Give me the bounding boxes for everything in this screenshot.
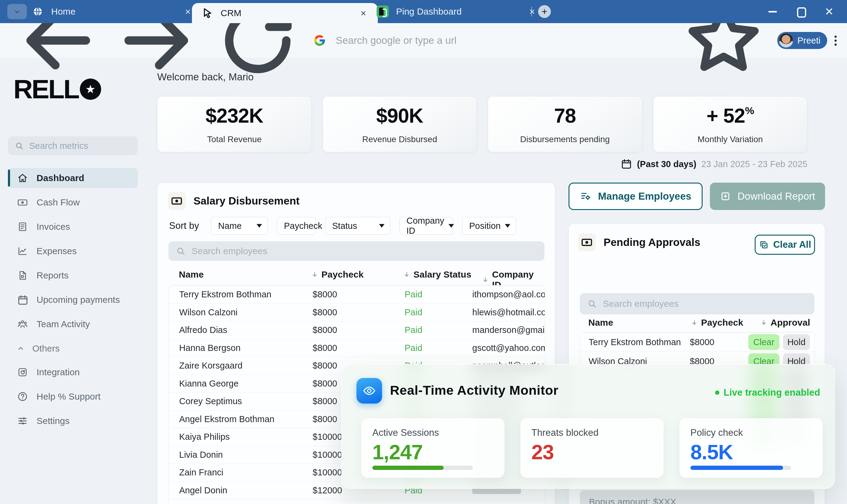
sort-dropdown[interactable]: Paycheck [277, 217, 316, 235]
search-employees-input[interactable] [191, 246, 481, 256]
salary-status: Paid [404, 307, 472, 318]
column-header[interactable]: Salary Status [413, 269, 471, 280]
employee-name: Kaiya Philips [169, 432, 302, 442]
clear-all-label: Clear All [773, 239, 811, 250]
stat-label: Monthly Variation [698, 134, 763, 144]
chevron-down-icon [13, 7, 22, 16]
sidebar-item-label: Expenses [37, 246, 77, 256]
tab-ping-dashboard[interactable]: Ping Dashboard × [363, 0, 545, 23]
employee-paycheck: $8000 [302, 289, 404, 300]
sidebar-item-icon [17, 319, 28, 330]
employee-name: Zain Franci [169, 467, 302, 478]
new-tab-button[interactable]: + [538, 5, 551, 18]
tab-crm-active[interactable]: CRM × [192, 3, 378, 23]
chevron-down-icon [379, 224, 384, 228]
profile-button[interactable]: Preeti [777, 32, 827, 49]
bonus-amount-field[interactable] [580, 490, 814, 504]
sidebar-item[interactable]: Invoices [8, 217, 138, 237]
url-bar[interactable] [335, 34, 678, 47]
company-id: manderson@gmail.com [472, 325, 545, 335]
window-close-button[interactable]: × [823, 3, 836, 19]
money-icon [578, 233, 595, 251]
sidebar-item[interactable]: Integration [8, 362, 138, 382]
sort-dropdown[interactable]: Company ID [399, 217, 453, 235]
sidebar-item-label: Upcoming payments [37, 294, 120, 305]
employee-name: Wilson Calzoni [169, 307, 302, 318]
sort-arrow-icon [311, 271, 318, 278]
download-icon [720, 191, 731, 202]
hold-button[interactable]: Hold [783, 334, 810, 350]
sidebar-item[interactable]: Help % Support [8, 386, 138, 407]
progress-bar [690, 466, 791, 470]
bonus-amount-input[interactable] [588, 497, 806, 504]
progress-fill [372, 466, 444, 470]
sidebar-item[interactable]: Reports [8, 265, 138, 286]
column-header[interactable]: Approval [771, 318, 810, 328]
sidebar-item[interactable]: Team Activity [8, 314, 138, 334]
search-metrics-input[interactable] [29, 141, 127, 151]
table-row[interactable]: Terry Ekstrom Bothman $8000 Paid ithomps… [169, 286, 545, 303]
table-row[interactable]: Wilson Calzoni $8000 Paid hlewis@hotmail… [169, 303, 545, 321]
sidebar-item[interactable]: Settings [8, 411, 138, 431]
sidebar-item-label: Integration [37, 367, 80, 377]
profile-name: Preeti [797, 36, 820, 46]
sidebar-item[interactable]: Dashboard [8, 168, 138, 188]
window-maximize-button[interactable] [797, 7, 806, 18]
sidebar-item-label: Reports [37, 270, 69, 281]
search-icon [587, 299, 597, 309]
sidebar-section-others[interactable]: Others [8, 341, 138, 356]
table-row[interactable]: Hanna Bergson $8000 Paid gscott@yahoo.co… [169, 339, 545, 357]
tab-home[interactable]: Home × [28, 0, 199, 23]
employee-name: Angel Donin [169, 485, 302, 496]
column-header[interactable]: Name [179, 269, 204, 280]
search-employees-input[interactable] [602, 298, 780, 309]
download-report-button[interactable]: Download Report [710, 183, 825, 210]
column-header[interactable]: Name [588, 318, 613, 328]
search-icon [176, 246, 186, 256]
sort-dropdown[interactable]: Position [462, 217, 516, 235]
approvals-search[interactable] [580, 293, 814, 314]
employee-name: Terry Ekstrom Bothman [169, 289, 302, 300]
sort-dropdown[interactable]: Status [325, 217, 390, 235]
sidebar-item[interactable]: Cash Flow [8, 192, 138, 213]
date-filter-range: 23 Jan 2025 - 23 Feb 2025 [702, 159, 807, 169]
employee-paycheck: $8000 [302, 325, 404, 335]
sort-by-label: Sort by [169, 217, 199, 235]
tab-label: Home [51, 6, 75, 17]
tab-label: Ping Dashboard [396, 6, 462, 17]
column-header[interactable]: Paycheck [322, 269, 363, 280]
window-minimize-button[interactable] [768, 11, 777, 13]
table-row[interactable]: Alfredo Dias $8000 Paid manderson@gmail.… [169, 321, 545, 339]
sidebar-section-label: Others [32, 343, 60, 354]
sidebar-item-icon [17, 246, 28, 256]
sidebar-item[interactable]: Upcoming payments [8, 290, 138, 310]
sort-dropdown[interactable]: Name [211, 217, 268, 235]
monitor-card: Active Sessions 1,247 [361, 418, 504, 478]
clear-all-button[interactable]: Clear All [755, 235, 815, 255]
company-id: ithompson@aol.com [472, 289, 545, 300]
tab-search-chevron-button[interactable] [7, 4, 27, 19]
salary-status: Paid [404, 325, 472, 335]
column-header[interactable]: Paycheck [701, 318, 743, 328]
clear-button[interactable]: Clear [748, 334, 779, 350]
date-filter[interactable]: (Past 30 days) 23 Jan 2025 - 23 Feb 2025 [621, 158, 807, 170]
monitor-card-value: 1,247 [372, 440, 422, 464]
browser-menu-button[interactable] [834, 36, 837, 46]
sort-dropdown-value: Position [469, 221, 501, 231]
browser-window: Home × CRM × Ping Dashboard × + × Preeti [0, 0, 847, 504]
sidebar-item[interactable]: Expenses [8, 241, 138, 261]
tab-bar: Home × CRM × Ping Dashboard × + × [0, 0, 847, 23]
sidebar-search[interactable] [8, 136, 138, 155]
table-row[interactable]: Jocelyn George $10000 Paid wgreen@yahoo.… [169, 499, 545, 504]
chevron-down-icon [449, 224, 454, 228]
close-tab-icon[interactable]: × [527, 5, 537, 18]
sidebar-item-icon [17, 270, 28, 281]
sidebar-item-icon [17, 173, 28, 183]
employee-search[interactable] [169, 241, 544, 261]
approval-row[interactable]: Terry Ekstrom Bothman $8000 Clear Hold [580, 332, 815, 352]
close-tab-icon[interactable]: × [183, 5, 193, 18]
manage-employees-button[interactable]: Manage Employees [569, 183, 703, 210]
sort-dropdown-value: Paycheck [284, 221, 322, 231]
employee-name: Terry Ekstrom Bothman [580, 337, 681, 347]
sort-dropdown-value: Name [218, 221, 242, 231]
